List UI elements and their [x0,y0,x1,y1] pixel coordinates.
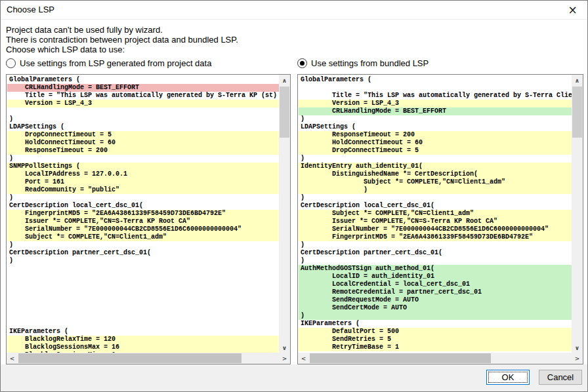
lsp-panel-left[interactable]: GlobalParameters ( CRLHandlingMode = BES… [6,74,291,364]
lsp-line: BlacklogSessionsMax = 16 [7,343,279,351]
lsp-line: Subject *= COMPLETE,"CN=Client1_adm" [7,233,279,241]
scroll-down-icon[interactable]: ∨ [279,342,290,353]
lsp-line: AuthMethodGOSTSign auth_method_01( [299,265,572,273]
title-bar: Choose LSP × [1,1,587,20]
radio-bundled-label: Use settings from bundled LSP [311,58,429,68]
lsp-line: ResponseTimeout = 200 [299,131,572,139]
radio-project-label: Use settings from LSP generated from pro… [20,58,211,68]
lsp-line: ) [299,312,572,320]
lsp-line: ) [7,194,279,202]
lsp-line [299,84,572,92]
lsp-line: Version = LSP_4_3 [7,100,279,108]
scroll-left-icon[interactable]: < [7,353,18,364]
lsp-line: CRLHandlingMode = BEST_EFFORT [7,84,279,92]
lsp-line: Subject *= COMPLETE,"CN=Client1_adm" [299,210,572,218]
lsp-line: CertDescription partner_cert_dsc_01( [299,249,572,257]
scroll-right-icon[interactable]: > [279,353,290,364]
lsp-line: IKEParameters ( [299,320,572,328]
radio-bundled-icon[interactable] [297,58,307,68]
lsp-line: HoldConnectTimeout = 60 [299,139,572,147]
lsp-line: CertDescription partner_cert_dsc_01( [7,249,279,257]
lsp-line: ) [299,155,572,163]
lsp-line: ) [299,257,572,265]
lsp-line [7,312,279,320]
lsp-line: FingerprintMD5 = "2EA6A43861339F58459D73… [299,233,572,241]
intro-line-2: There is contradiction between project d… [6,35,238,45]
lsp-line: RemoteCredential = partner_cert_dsc_01 [299,288,572,296]
lsp-line: ) [299,186,572,194]
vertical-scrollbar[interactable]: ∧ ∨ [279,75,290,353]
lsp-line: DefaultPort = 500 [299,328,572,336]
lsp-line: DropConnectTimeout = 5 [299,147,572,155]
lsp-panel-right[interactable]: GlobalParameters ( Title = "This LSP was… [297,74,583,364]
lsp-line [7,296,279,304]
scrollbar-thumb[interactable] [280,87,289,138]
lsp-line: FingerprintMD5 = "2EA6A43861339F58459D73… [7,210,279,218]
horizontal-scrollbar[interactable]: < > [7,353,290,364]
lsp-line [7,273,279,281]
lsp-line: ) [299,194,572,202]
lsp-line: SerialNumber = "7E000000044CB2CD8556E1D6… [299,225,572,233]
lsp-line: LocalCredential = local_cert_dsc_01 [299,281,572,288]
page-title: Choose LSP [7,5,54,14]
lsp-line: GlobalParameters ( [7,76,279,84]
lsp-line: BlacklogRelaxTime = 120 [7,336,279,343]
scrollbar-thumb[interactable] [310,353,491,363]
scrollbar-thumb[interactable] [572,87,582,138]
lsp-line: CertDescription local_cert_dsc_01( [299,202,572,210]
lsp-line: RetryTimeBase = 1 [299,343,572,351]
button-bar: OK Cancel [1,364,587,391]
lsp-line: ) [7,257,279,265]
lsp-line: Version = LSP_4_3 [299,100,572,108]
lsp-line [7,320,279,328]
radio-bundled-row[interactable]: Use settings from bundled LSP [297,58,429,68]
lsp-line: SendCertMode = AUTO [299,304,572,312]
lsp-line: ) [7,241,279,249]
lsp-line: SendRetries = 5 [299,336,572,343]
lsp-line: Port = 161 [7,178,279,186]
lsp-line [7,265,279,273]
scroll-up-icon[interactable]: ∧ [572,75,583,86]
horizontal-scrollbar[interactable]: < > [298,353,583,364]
scrollbar-thumb[interactable] [18,353,242,363]
lsp-line: IKEParameters ( [7,328,279,336]
lsp-line: ReadCommunity = "public" [7,186,279,194]
choose-lsp-dialog: Choose LSP × Project data can't be used … [0,0,588,392]
intro-text: Project data can't be used fully by wiza… [6,25,238,54]
scroll-left-icon[interactable]: < [298,353,309,364]
lsp-line [7,281,279,288]
lsp-line: GlobalParameters ( [299,76,572,84]
radio-project-row[interactable]: Use settings from LSP generated from pro… [6,58,211,68]
lsp-line: LDAPSettings ( [7,123,279,131]
scroll-up-icon[interactable]: ∧ [279,75,290,86]
lsp-text-right: GlobalParameters ( Title = "This LSP was… [299,76,572,353]
cancel-button[interactable]: Cancel [539,370,582,385]
lsp-line: ) [7,115,279,123]
lsp-text-left: GlobalParameters ( CRLHandlingMode = BES… [7,76,279,353]
lsp-line: SerialNumber = "7E000000044CB2CD8556E1D6… [7,225,279,233]
radio-project-icon[interactable] [6,58,16,68]
lsp-line: Title = "This LSP was automatically gene… [7,92,279,100]
scroll-right-icon[interactable]: > [572,353,583,364]
lsp-line: Title = "This LSP was automatically gene… [299,92,572,100]
lsp-line: ) [299,115,572,123]
ok-button[interactable]: OK [486,370,530,385]
lsp-line: CertDescription local_cert_dsc_01( [7,202,279,210]
lsp-line: ) [7,155,279,163]
lsp-line: CRLHandlingMode = BEST_EFFORT [299,108,572,115]
vertical-scrollbar[interactable]: ∧ ∨ [572,75,583,353]
lsp-line: ResponseTimeout = 200 [7,147,279,155]
close-icon[interactable]: × [558,1,587,19]
lsp-line: ) [299,241,572,249]
lsp-line [7,108,279,115]
lsp-line: LocalID = auth_identity_01 [299,273,572,281]
scroll-down-icon[interactable]: ∨ [572,342,583,353]
lsp-line: Subject *= COMPLETE,"CN=Client1_adm" [299,178,572,186]
lsp-line: LocalIPAddress = 127.0.0.1 [7,170,279,178]
lsp-line: DropConnectTimeout = 5 [7,131,279,139]
lsp-line: Issuer *= COMPLETE,"CN=S-Terra KP Root C… [7,218,279,225]
lsp-line: SendRequestMode = AUTO [299,296,572,304]
lsp-line: IdentityEntry auth_identity_01( [299,163,572,170]
lsp-line: LDAPSettings ( [299,123,572,131]
lsp-line: Issuer *= COMPLETE,"CN=S-Terra KP Root C… [299,218,572,225]
